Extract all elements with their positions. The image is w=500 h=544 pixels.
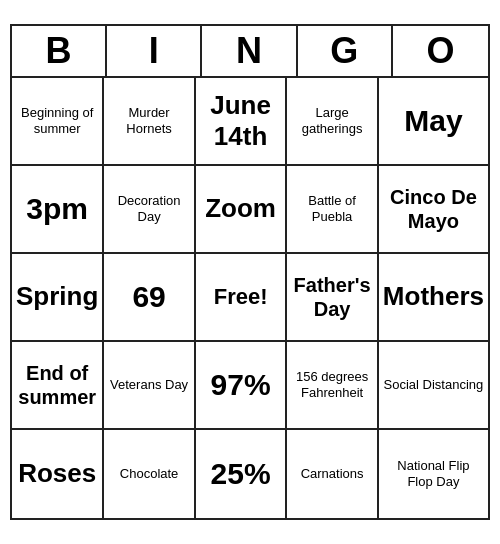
bingo-cell-8: Battle of Puebla	[287, 166, 379, 254]
bingo-cell-15: End of summer	[12, 342, 104, 430]
header-letter-n: N	[202, 26, 297, 76]
bingo-cell-5: 3pm	[12, 166, 104, 254]
bingo-card: BINGO Beginning of summerMurder HornetsJ…	[10, 24, 490, 520]
bingo-cell-24: National Flip Flop Day	[379, 430, 488, 518]
bingo-cell-19: Social Distancing	[379, 342, 488, 430]
bingo-grid: Beginning of summerMurder HornetsJune 14…	[12, 78, 488, 518]
bingo-cell-3: Large gatherings	[287, 78, 379, 166]
header-letter-i: I	[107, 26, 202, 76]
bingo-cell-20: Roses	[12, 430, 104, 518]
bingo-cell-22: 25%	[196, 430, 288, 518]
header-letter-b: B	[12, 26, 107, 76]
bingo-cell-14: Mothers	[379, 254, 488, 342]
bingo-cell-9: Cinco De Mayo	[379, 166, 488, 254]
bingo-cell-18: 156 degrees Fahrenheit	[287, 342, 379, 430]
bingo-cell-0: Beginning of summer	[12, 78, 104, 166]
bingo-cell-12: Free!	[196, 254, 288, 342]
bingo-cell-21: Chocolate	[104, 430, 196, 518]
bingo-cell-23: Carnations	[287, 430, 379, 518]
bingo-cell-10: Spring	[12, 254, 104, 342]
bingo-cell-1: Murder Hornets	[104, 78, 196, 166]
bingo-cell-7: Zoom	[196, 166, 288, 254]
header-letter-o: O	[393, 26, 488, 76]
bingo-cell-16: Veterans Day	[104, 342, 196, 430]
bingo-cell-11: 69	[104, 254, 196, 342]
bingo-cell-4: May	[379, 78, 488, 166]
bingo-cell-6: Decoration Day	[104, 166, 196, 254]
bingo-cell-13: Father's Day	[287, 254, 379, 342]
bingo-header: BINGO	[12, 26, 488, 78]
bingo-cell-2: June 14th	[196, 78, 288, 166]
header-letter-g: G	[298, 26, 393, 76]
bingo-cell-17: 97%	[196, 342, 288, 430]
